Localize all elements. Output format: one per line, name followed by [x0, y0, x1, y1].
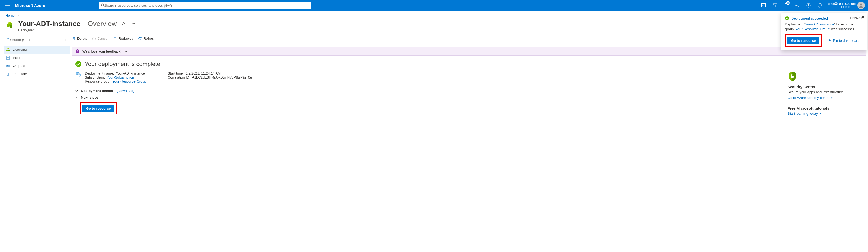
toast-title[interactable]: Deployment succeeded — [791, 17, 847, 20]
global-search-input[interactable] — [105, 3, 309, 7]
globe-clock-icon — [75, 71, 81, 83]
security-center-link[interactable]: Go to Azure security center > — [787, 96, 863, 100]
sidebar-item-overview[interactable]: Overview — [4, 45, 70, 54]
toast-close-button[interactable]: ✕ — [861, 14, 865, 20]
sidebar-item-outputs[interactable]: Outputs — [4, 62, 70, 70]
section-label: Deployment details — [81, 89, 113, 93]
breadcrumb: Home > — [0, 11, 868, 18]
meta-label: Resource group: — [85, 80, 111, 83]
toast-deployment-link[interactable]: Your-ADT-instance — [805, 22, 834, 26]
template-icon — [6, 71, 10, 76]
pin-icon — [121, 22, 125, 26]
go-to-resource-button[interactable]: Go to resource — [82, 104, 115, 112]
feedback-bar[interactable]: We'd love your feedback! → — [72, 46, 866, 56]
blade-section: Overview — [88, 20, 117, 28]
right-panel: Security Center Secure your apps and inf… — [787, 61, 863, 122]
tutorials-link[interactable]: Start learning today > — [787, 112, 863, 116]
next-steps-section[interactable]: Next steps — [75, 95, 777, 99]
inputs-icon — [6, 56, 10, 60]
cloud-shell-button[interactable] — [758, 0, 769, 11]
start-time-value: 6/2/2021, 11:24:14 AM — [186, 71, 221, 75]
breadcrumb-separator: > — [17, 13, 19, 18]
toast-body: Deployment 'Your-ADT-instance' to resour… — [785, 22, 863, 32]
security-center-title: Security Center — [787, 85, 863, 89]
success-icon — [75, 61, 82, 67]
global-search[interactable] — [99, 2, 311, 9]
subscription-link[interactable]: Your-Subscription — [107, 75, 134, 80]
sidebar-search-input[interactable] — [10, 38, 59, 42]
sidebar-item-inputs[interactable]: Inputs — [4, 54, 70, 62]
smiley-icon — [817, 3, 822, 7]
resource-type-icon — [5, 20, 15, 29]
refresh-icon — [138, 37, 142, 40]
correlation-id-value: A1bC2dE3fH4iJ5kL6mN7oP8qR9sT0u — [192, 75, 252, 80]
download-link[interactable]: (Download) — [117, 89, 134, 93]
svg-point-14 — [7, 38, 9, 40]
toolbar-label: Delete — [77, 36, 87, 40]
compass-icon — [75, 49, 80, 53]
refresh-button[interactable]: Refresh — [138, 36, 156, 40]
toolbar-label: Refresh — [144, 36, 156, 40]
deployment-meta: Deployment name: Your-ADT-instance Subsc… — [75, 71, 777, 83]
sidebar-item-label: Inputs — [13, 56, 22, 60]
sidebar-item-label: Overview — [13, 48, 27, 52]
brand-label[interactable]: Microsoft Azure — [15, 3, 45, 8]
svg-line-24 — [93, 37, 95, 40]
chevron-down-icon — [75, 89, 79, 93]
go-to-resource-highlight: Go to resource — [80, 102, 117, 115]
hamburger-icon — [5, 4, 10, 7]
svg-point-0 — [101, 4, 104, 6]
notification-badge: 2 — [786, 1, 790, 5]
redeploy-button[interactable]: Redeploy — [113, 36, 133, 40]
deployment-details-section[interactable]: Deployment details (Download) — [75, 89, 777, 93]
directory-filter-button[interactable] — [769, 0, 780, 11]
security-center-icon — [787, 71, 863, 82]
upload-icon — [113, 37, 117, 40]
pin-icon — [828, 39, 831, 42]
feedback-button[interactable] — [814, 0, 825, 11]
svg-text:?: ? — [808, 4, 810, 7]
help-button[interactable]: ? — [803, 0, 814, 11]
deployment-status: Your deployment is complete — [75, 61, 777, 68]
sidebar-collapse-button[interactable]: « — [63, 37, 68, 42]
pin-button[interactable] — [119, 20, 127, 28]
notifications-button[interactable]: 2 — [781, 0, 791, 11]
user-org: CONTOSO — [828, 6, 856, 9]
avatar[interactable] — [857, 2, 865, 9]
account-info[interactable]: user@contoso.com CONTOSO — [828, 2, 856, 9]
toolbar-label: Redeploy — [119, 36, 133, 40]
svg-point-7 — [819, 5, 819, 5]
chevron-up-icon — [75, 96, 79, 99]
topbar: Microsoft Azure 2 ? user@contoso.com CON… — [0, 0, 868, 11]
meta-label: Start time: — [168, 71, 184, 75]
settings-button[interactable] — [792, 0, 803, 11]
svg-point-6 — [818, 3, 822, 7]
svg-rect-11 — [10, 25, 12, 28]
outputs-icon — [6, 64, 10, 68]
sidebar-item-label: Outputs — [13, 64, 25, 68]
resource-group-link[interactable]: Your-Resource-Group — [112, 80, 146, 83]
gear-icon — [795, 3, 799, 7]
sidebar-item-label: Template — [13, 72, 27, 76]
breadcrumb-home[interactable]: Home — [5, 13, 15, 18]
chevron-left-icon: « — [64, 38, 66, 42]
arrow-right-icon: → — [124, 49, 127, 53]
ellipsis-icon: ••• — [131, 22, 135, 26]
sidebar-item-template[interactable]: Template — [4, 70, 70, 78]
delete-button[interactable]: Delete — [72, 36, 87, 40]
sidebar-search[interactable] — [5, 36, 61, 43]
more-button[interactable]: ••• — [129, 20, 137, 28]
hamburger-menu[interactable] — [2, 0, 13, 11]
svg-point-3 — [797, 5, 798, 6]
svg-point-26 — [75, 61, 81, 67]
search-icon — [7, 38, 10, 41]
toast-pin-to-dashboard-button[interactable]: Pin to dashboard — [825, 37, 863, 44]
blade-title-separator: | — [83, 20, 85, 28]
tutorials-title: Free Microsoft tutorials — [787, 106, 863, 111]
user-email: user@contoso.com — [828, 2, 856, 6]
svg-point-9 — [860, 4, 862, 6]
security-center-desc: Secure your apps and infrastructure — [787, 90, 863, 94]
toolbar: Delete Cancel Redeploy Refresh — [70, 33, 868, 44]
toast-go-to-resource-button[interactable]: Go to resource — [787, 37, 819, 44]
toast-resource-group-link[interactable]: Your-Resource-Group — [795, 27, 829, 31]
